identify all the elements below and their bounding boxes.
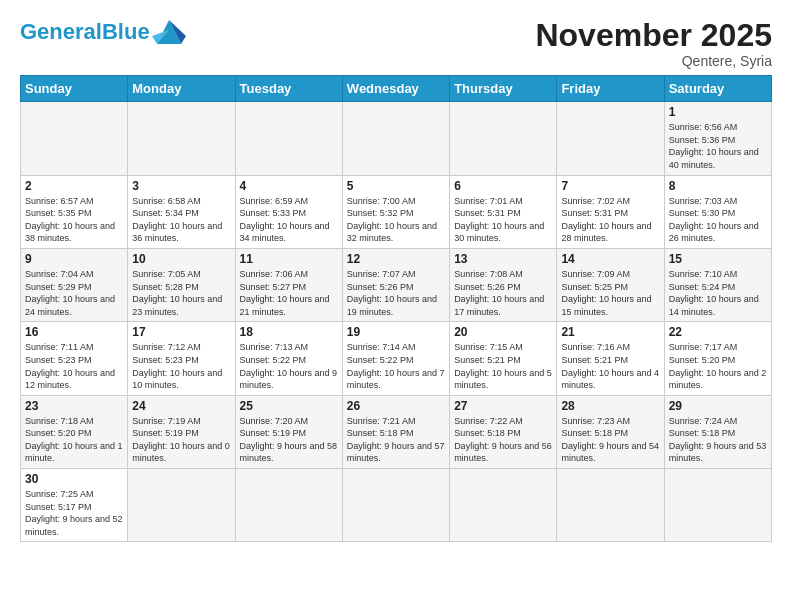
day-16: 16 Sunrise: 7:11 AMSunset: 5:23 PMDaylig… bbox=[21, 322, 128, 395]
header: GeneralBlue November 2025 Qentere, Syria bbox=[20, 18, 772, 69]
header-sunday: Sunday bbox=[21, 76, 128, 102]
day-number-22: 22 bbox=[669, 325, 767, 339]
day-info-19: Sunrise: 7:14 AMSunset: 5:22 PMDaylight:… bbox=[347, 341, 445, 391]
day-info-1: Sunrise: 6:56 AMSunset: 5:36 PMDaylight:… bbox=[669, 121, 767, 171]
day-info-22: Sunrise: 7:17 AMSunset: 5:20 PMDaylight:… bbox=[669, 341, 767, 391]
day-number-9: 9 bbox=[25, 252, 123, 266]
empty-cell bbox=[557, 469, 664, 542]
week-row-2: 2 Sunrise: 6:57 AMSunset: 5:35 PMDayligh… bbox=[21, 175, 772, 248]
location: Qentere, Syria bbox=[535, 53, 772, 69]
day-number-7: 7 bbox=[561, 179, 659, 193]
day-info-13: Sunrise: 7:08 AMSunset: 5:26 PMDaylight:… bbox=[454, 268, 552, 318]
day-number-18: 18 bbox=[240, 325, 338, 339]
day-5: 5 Sunrise: 7:00 AMSunset: 5:32 PMDayligh… bbox=[342, 175, 449, 248]
day-info-6: Sunrise: 7:01 AMSunset: 5:31 PMDaylight:… bbox=[454, 195, 552, 245]
header-saturday: Saturday bbox=[664, 76, 771, 102]
day-number-6: 6 bbox=[454, 179, 552, 193]
day-info-27: Sunrise: 7:22 AMSunset: 5:18 PMDaylight:… bbox=[454, 415, 552, 465]
day-number-20: 20 bbox=[454, 325, 552, 339]
day-info-30: Sunrise: 7:25 AMSunset: 5:17 PMDaylight:… bbox=[25, 488, 123, 538]
day-number-3: 3 bbox=[132, 179, 230, 193]
empty-cell bbox=[557, 102, 664, 175]
day-number-13: 13 bbox=[454, 252, 552, 266]
day-1: 1 Sunrise: 6:56 AMSunset: 5:36 PMDayligh… bbox=[664, 102, 771, 175]
day-info-17: Sunrise: 7:12 AMSunset: 5:23 PMDaylight:… bbox=[132, 341, 230, 391]
day-7: 7 Sunrise: 7:02 AMSunset: 5:31 PMDayligh… bbox=[557, 175, 664, 248]
day-info-9: Sunrise: 7:04 AMSunset: 5:29 PMDaylight:… bbox=[25, 268, 123, 318]
day-number-2: 2 bbox=[25, 179, 123, 193]
empty-cell bbox=[342, 102, 449, 175]
day-number-14: 14 bbox=[561, 252, 659, 266]
day-info-7: Sunrise: 7:02 AMSunset: 5:31 PMDaylight:… bbox=[561, 195, 659, 245]
day-22: 22 Sunrise: 7:17 AMSunset: 5:20 PMDaylig… bbox=[664, 322, 771, 395]
day-number-27: 27 bbox=[454, 399, 552, 413]
day-info-4: Sunrise: 6:59 AMSunset: 5:33 PMDaylight:… bbox=[240, 195, 338, 245]
day-number-17: 17 bbox=[132, 325, 230, 339]
day-number-29: 29 bbox=[669, 399, 767, 413]
day-info-2: Sunrise: 6:57 AMSunset: 5:35 PMDaylight:… bbox=[25, 195, 123, 245]
header-monday: Monday bbox=[128, 76, 235, 102]
day-info-15: Sunrise: 7:10 AMSunset: 5:24 PMDaylight:… bbox=[669, 268, 767, 318]
empty-cell bbox=[664, 469, 771, 542]
day-14: 14 Sunrise: 7:09 AMSunset: 5:25 PMDaylig… bbox=[557, 248, 664, 321]
day-13: 13 Sunrise: 7:08 AMSunset: 5:26 PMDaylig… bbox=[450, 248, 557, 321]
week-row-4: 16 Sunrise: 7:11 AMSunset: 5:23 PMDaylig… bbox=[21, 322, 772, 395]
logo-general: General bbox=[20, 19, 102, 44]
day-4: 4 Sunrise: 6:59 AMSunset: 5:33 PMDayligh… bbox=[235, 175, 342, 248]
day-info-26: Sunrise: 7:21 AMSunset: 5:18 PMDaylight:… bbox=[347, 415, 445, 465]
day-number-30: 30 bbox=[25, 472, 123, 486]
month-title: November 2025 bbox=[535, 18, 772, 53]
day-19: 19 Sunrise: 7:14 AMSunset: 5:22 PMDaylig… bbox=[342, 322, 449, 395]
header-friday: Friday bbox=[557, 76, 664, 102]
day-info-25: Sunrise: 7:20 AMSunset: 5:19 PMDaylight:… bbox=[240, 415, 338, 465]
logo-blue: Blue bbox=[102, 19, 150, 44]
day-info-3: Sunrise: 6:58 AMSunset: 5:34 PMDaylight:… bbox=[132, 195, 230, 245]
day-info-29: Sunrise: 7:24 AMSunset: 5:18 PMDaylight:… bbox=[669, 415, 767, 465]
day-info-12: Sunrise: 7:07 AMSunset: 5:26 PMDaylight:… bbox=[347, 268, 445, 318]
day-number-24: 24 bbox=[132, 399, 230, 413]
day-info-24: Sunrise: 7:19 AMSunset: 5:19 PMDaylight:… bbox=[132, 415, 230, 465]
empty-cell bbox=[21, 102, 128, 175]
logo: GeneralBlue bbox=[20, 18, 186, 46]
day-number-23: 23 bbox=[25, 399, 123, 413]
logo-text: GeneralBlue bbox=[20, 19, 150, 44]
day-2: 2 Sunrise: 6:57 AMSunset: 5:35 PMDayligh… bbox=[21, 175, 128, 248]
day-number-8: 8 bbox=[669, 179, 767, 193]
day-info-20: Sunrise: 7:15 AMSunset: 5:21 PMDaylight:… bbox=[454, 341, 552, 391]
title-block: November 2025 Qentere, Syria bbox=[535, 18, 772, 69]
empty-cell bbox=[450, 102, 557, 175]
day-number-10: 10 bbox=[132, 252, 230, 266]
day-info-10: Sunrise: 7:05 AMSunset: 5:28 PMDaylight:… bbox=[132, 268, 230, 318]
day-info-5: Sunrise: 7:00 AMSunset: 5:32 PMDaylight:… bbox=[347, 195, 445, 245]
day-27: 27 Sunrise: 7:22 AMSunset: 5:18 PMDaylig… bbox=[450, 395, 557, 468]
day-20: 20 Sunrise: 7:15 AMSunset: 5:21 PMDaylig… bbox=[450, 322, 557, 395]
day-10: 10 Sunrise: 7:05 AMSunset: 5:28 PMDaylig… bbox=[128, 248, 235, 321]
day-number-15: 15 bbox=[669, 252, 767, 266]
day-number-21: 21 bbox=[561, 325, 659, 339]
day-number-5: 5 bbox=[347, 179, 445, 193]
empty-cell bbox=[235, 102, 342, 175]
week-row-1: 1 Sunrise: 6:56 AMSunset: 5:36 PMDayligh… bbox=[21, 102, 772, 175]
day-29: 29 Sunrise: 7:24 AMSunset: 5:18 PMDaylig… bbox=[664, 395, 771, 468]
empty-cell bbox=[128, 469, 235, 542]
header-wednesday: Wednesday bbox=[342, 76, 449, 102]
day-info-21: Sunrise: 7:16 AMSunset: 5:21 PMDaylight:… bbox=[561, 341, 659, 391]
day-info-23: Sunrise: 7:18 AMSunset: 5:20 PMDaylight:… bbox=[25, 415, 123, 465]
day-number-16: 16 bbox=[25, 325, 123, 339]
day-17: 17 Sunrise: 7:12 AMSunset: 5:23 PMDaylig… bbox=[128, 322, 235, 395]
logo-icon bbox=[152, 16, 186, 46]
day-12: 12 Sunrise: 7:07 AMSunset: 5:26 PMDaylig… bbox=[342, 248, 449, 321]
day-number-12: 12 bbox=[347, 252, 445, 266]
day-21: 21 Sunrise: 7:16 AMSunset: 5:21 PMDaylig… bbox=[557, 322, 664, 395]
day-number-26: 26 bbox=[347, 399, 445, 413]
day-number-25: 25 bbox=[240, 399, 338, 413]
calendar: Sunday Monday Tuesday Wednesday Thursday… bbox=[20, 75, 772, 542]
day-11: 11 Sunrise: 7:06 AMSunset: 5:27 PMDaylig… bbox=[235, 248, 342, 321]
day-8: 8 Sunrise: 7:03 AMSunset: 5:30 PMDayligh… bbox=[664, 175, 771, 248]
day-6: 6 Sunrise: 7:01 AMSunset: 5:31 PMDayligh… bbox=[450, 175, 557, 248]
empty-cell bbox=[450, 469, 557, 542]
header-tuesday: Tuesday bbox=[235, 76, 342, 102]
day-3: 3 Sunrise: 6:58 AMSunset: 5:34 PMDayligh… bbox=[128, 175, 235, 248]
day-23: 23 Sunrise: 7:18 AMSunset: 5:20 PMDaylig… bbox=[21, 395, 128, 468]
day-9: 9 Sunrise: 7:04 AMSunset: 5:29 PMDayligh… bbox=[21, 248, 128, 321]
